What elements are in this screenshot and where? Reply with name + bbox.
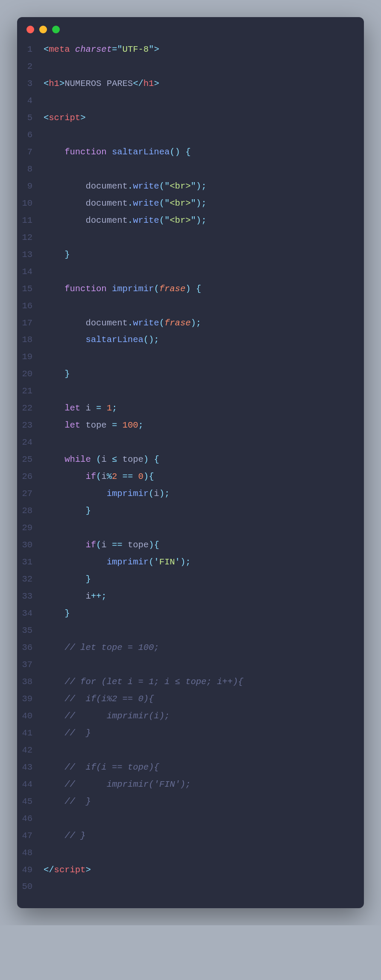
line-number: 24 (17, 434, 44, 451)
code-line: 22 let i = 1; (17, 400, 364, 417)
line-number: 27 (17, 485, 44, 502)
code-content: let i = 1; (44, 400, 117, 417)
code-line: 26 if(i%2 == 0){ (17, 468, 364, 485)
line-number: 39 (17, 691, 44, 708)
line-number: 1 (17, 41, 44, 58)
code-line: 11 document.write("<br>"); (17, 212, 364, 229)
line-number: 23 (17, 417, 44, 434)
code-line: 29 (17, 520, 364, 537)
line-number: 43 (17, 759, 44, 776)
code-line: 14 (17, 263, 364, 280)
code-line: 17 document.write(frase); (17, 315, 364, 332)
line-number: 17 (17, 315, 44, 332)
code-line: 42 (17, 742, 364, 759)
code-content (44, 92, 49, 109)
line-number: 41 (17, 725, 44, 742)
line-number: 38 (17, 673, 44, 691)
maximize-icon[interactable] (52, 26, 60, 33)
code-line: 9 document.write("<br>"); (17, 178, 364, 195)
line-number: 22 (17, 400, 44, 417)
line-number: 26 (17, 468, 44, 485)
line-number: 9 (17, 178, 44, 195)
code-line: 34 } (17, 605, 364, 622)
code-line: 45 // } (17, 793, 364, 810)
code-content (44, 844, 49, 862)
line-number: 4 (17, 92, 44, 109)
code-line: 16 (17, 298, 364, 315)
line-number: 11 (17, 212, 44, 229)
code-content (44, 161, 49, 178)
code-content (44, 878, 49, 895)
code-content (44, 656, 49, 673)
line-number: 3 (17, 75, 44, 92)
code-line: 46 (17, 810, 364, 827)
line-number: 31 (17, 554, 44, 571)
code-content: document.write("<br>"); (44, 195, 206, 212)
line-number: 15 (17, 280, 44, 298)
code-content: } (44, 366, 70, 383)
code-content (44, 229, 49, 246)
line-number: 45 (17, 793, 44, 810)
code-content: // imprimir(i); (44, 708, 170, 725)
code-content: } (44, 502, 91, 520)
line-number: 5 (17, 109, 44, 127)
code-line: 36 // let tope = 100; (17, 639, 364, 656)
code-line: 43 // if(i == tope){ (17, 759, 364, 776)
code-line: 21 (17, 383, 364, 400)
line-number: 25 (17, 451, 44, 468)
minimize-icon[interactable] (39, 26, 47, 33)
code-line: 10 document.write("<br>"); (17, 195, 364, 212)
code-content: <meta charset="UTF-8"> (44, 41, 159, 58)
line-number: 36 (17, 639, 44, 656)
line-number: 12 (17, 229, 44, 246)
line-number: 42 (17, 742, 44, 759)
code-line: 20 } (17, 366, 364, 383)
code-content (44, 520, 49, 537)
code-content: saltarLinea(); (44, 331, 159, 348)
code-content: // let tope = 100; (44, 639, 159, 656)
code-line: 37 (17, 656, 364, 673)
code-content: // } (44, 827, 85, 844)
code-line: 23 let tope = 100; (17, 417, 364, 434)
code-line: 13 } (17, 246, 364, 263)
line-number: 6 (17, 127, 44, 144)
code-line: 32 } (17, 571, 364, 588)
code-line: 38 // for (let i = 1; i ≤ tope; i++){ (17, 673, 364, 691)
code-line: 35 (17, 622, 364, 639)
code-line: 39 // if(i%2 == 0){ (17, 691, 364, 708)
code-line: 2 (17, 58, 364, 75)
code-content: } (44, 605, 70, 622)
line-number: 33 (17, 588, 44, 605)
code-content (44, 263, 49, 280)
line-number: 37 (17, 656, 44, 673)
line-number: 13 (17, 246, 44, 263)
code-line: 5<script> (17, 109, 364, 127)
code-line: 40 // imprimir(i); (17, 708, 364, 725)
code-content (44, 127, 49, 144)
code-line: 28 } (17, 502, 364, 520)
code-content (44, 348, 49, 366)
code-line: 50 (17, 878, 364, 895)
line-number: 44 (17, 776, 44, 793)
line-number: 2 (17, 58, 44, 75)
code-content: while (i ≤ tope) { (44, 451, 159, 468)
code-editor[interactable]: 1<meta charset="UTF-8">2 3<h1>NUMEROS PA… (17, 41, 364, 895)
close-icon[interactable] (26, 26, 34, 33)
code-line: 44 // imprimir('FIN'); (17, 776, 364, 793)
code-content: document.write("<br>"); (44, 212, 206, 229)
code-content (44, 58, 49, 75)
code-content: if(i%2 == 0){ (44, 468, 154, 485)
code-content: <h1>NUMEROS PARES</h1> (44, 75, 159, 92)
code-content (44, 622, 49, 639)
code-content: // if(i%2 == 0){ (44, 691, 154, 708)
window-titlebar (17, 17, 364, 41)
line-number: 7 (17, 144, 44, 161)
code-content (44, 298, 49, 315)
code-content: if(i == tope){ (44, 537, 159, 554)
line-number: 29 (17, 520, 44, 537)
line-number: 30 (17, 537, 44, 554)
code-content: imprimir(i); (44, 485, 170, 502)
code-line: 18 saltarLinea(); (17, 331, 364, 348)
code-content (44, 810, 49, 827)
line-number: 50 (17, 878, 44, 895)
